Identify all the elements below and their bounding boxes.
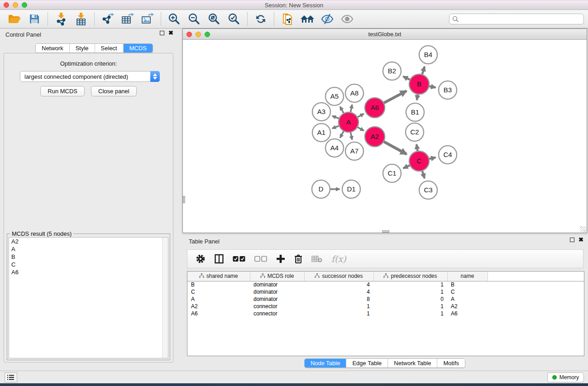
graph-node-A4[interactable]: A4 [325, 139, 344, 157]
graph-node-D[interactable]: D [312, 180, 330, 198]
refresh-layout-button[interactable] [253, 11, 269, 27]
graph-node-A3[interactable]: A3 [312, 103, 330, 121]
table-cell[interactable]: connector [250, 310, 304, 317]
result-item[interactable]: A [9, 245, 168, 253]
export-image-button[interactable] [139, 11, 156, 27]
close-panel-button[interactable]: Close panel [91, 86, 137, 96]
table-cell[interactable]: connector [250, 303, 304, 310]
column-header-MCDS-role[interactable]: MCDS role [250, 272, 304, 281]
close-panel-icon[interactable]: ✖ [168, 31, 173, 35]
select-all-checkboxes-icon[interactable] [233, 256, 245, 262]
graph-node-B[interactable]: B [409, 74, 429, 94]
graph-node-A1[interactable]: A1 [312, 124, 330, 142]
export-table-button[interactable] [120, 11, 136, 27]
table-cell[interactable]: dominator [250, 288, 304, 295]
graph-node-A2[interactable]: A2 [365, 127, 385, 147]
column-header-successor-nodes[interactable]: successor nodes [304, 272, 373, 281]
import-table-button[interactable] [73, 11, 89, 27]
table-cell[interactable]: 1 [304, 303, 373, 310]
graph-node-A6[interactable]: A6 [365, 98, 385, 118]
add-row-plus-icon[interactable] [276, 254, 285, 263]
graph-node-A7[interactable]: A7 [345, 142, 363, 160]
table-tab-motifs[interactable]: Motifs [437, 359, 465, 367]
graph-node-B2[interactable]: B2 [383, 62, 401, 80]
home-browser-button[interactable] [299, 11, 316, 27]
network-canvas[interactable]: B4B2BB3A8A5A6A3B1AC2A1A2A4A7C4CC1C3DD1 [183, 40, 587, 233]
run-mcds-button[interactable]: Run MCDS [40, 86, 85, 96]
float-panel-icon[interactable] [160, 31, 164, 35]
table-cell[interactable]: 4 [304, 288, 373, 295]
search-input[interactable] [449, 14, 584, 24]
vertical-scrollbar-thumb[interactable] [183, 196, 185, 203]
float-table-panel-icon[interactable] [570, 238, 574, 242]
deselect-all-checkboxes-icon[interactable] [254, 256, 267, 262]
node-table[interactable]: shared nameMCDS rolesuccessor nodesprede… [187, 271, 584, 356]
column-toggle-icon[interactable] [215, 254, 224, 264]
table-row[interactable]: A2connector11A2 [187, 303, 584, 310]
mcds-result-list[interactable]: A2ABCA6 [9, 237, 168, 358]
zoom-fit-button[interactable] [206, 11, 222, 27]
graph-node-B3[interactable]: B3 [439, 81, 457, 99]
tab-mcds[interactable]: MCDS [124, 44, 153, 52]
graph-node-A5[interactable]: A5 [325, 87, 344, 105]
zoom-in-button[interactable] [166, 11, 182, 27]
table-tab-network-table[interactable]: Network Table [388, 359, 437, 367]
table-cell[interactable]: A2 [187, 303, 250, 310]
result-item[interactable]: B [9, 253, 168, 261]
vizmapper-toggle-icon[interactable] [319, 11, 335, 27]
result-item[interactable]: A2 [9, 238, 168, 245]
table-cell[interactable]: C [447, 288, 488, 295]
graph-node-C3[interactable]: C3 [419, 181, 437, 199]
export-network-button[interactable] [100, 11, 116, 27]
task-history-button[interactable] [5, 372, 17, 382]
graph-node-A[interactable]: A [339, 112, 359, 132]
graph-node-C1[interactable]: C1 [383, 164, 401, 182]
table-row[interactable]: Bdominator41B [187, 281, 584, 288]
table-cell[interactable]: 4 [304, 281, 373, 288]
table-row[interactable]: A6connector11A6 [187, 310, 584, 317]
graph-node-C[interactable]: C [409, 151, 429, 171]
show-graphics-eye-icon[interactable] [339, 11, 355, 27]
column-header-name[interactable]: name [447, 272, 488, 281]
table-cell[interactable]: 1 [373, 310, 447, 317]
table-tab-edge-table[interactable]: Edge Table [346, 359, 388, 367]
table-cell[interactable]: A6 [447, 310, 488, 317]
network-clipboard-button[interactable] [279, 11, 296, 27]
table-cell[interactable]: dominator [250, 281, 304, 288]
table-cell[interactable]: 1 [373, 288, 447, 295]
function-builder-icon[interactable]: f(x) [331, 254, 346, 264]
table-row[interactable]: Cdominator41C [187, 288, 584, 295]
table-cell[interactable]: 0 [373, 295, 447, 303]
table-settings-gear-icon[interactable] [196, 254, 206, 264]
table-cell[interactable]: 8 [304, 295, 373, 303]
zoom-out-button[interactable] [186, 11, 202, 27]
table-row[interactable]: Adominator80A [187, 295, 584, 303]
network-graph[interactable]: B4B2BB3A8A5A6A3B1AC2A1A2A4A7C4CC1C3DD1 [183, 40, 587, 233]
tab-style[interactable]: Style [70, 44, 95, 52]
table-cell[interactable]: A6 [187, 310, 250, 317]
criterion-select[interactable]: largest connected component (directed) [20, 71, 160, 82]
open-session-button[interactable] [6, 11, 23, 27]
graph-node-B4[interactable]: B4 [419, 46, 437, 64]
result-item[interactable]: C [9, 261, 168, 268]
delete-table-icon[interactable] [311, 255, 322, 262]
table-tab-node-table[interactable]: Node Table [305, 359, 347, 367]
import-network-button[interactable] [53, 11, 69, 27]
column-header-predecessor-nodes[interactable]: predecessor nodes [373, 272, 447, 281]
graph-node-C4[interactable]: C4 [439, 146, 457, 164]
table-cell[interactable]: dominator [250, 295, 304, 303]
table-cell[interactable]: A2 [447, 303, 488, 310]
tab-network[interactable]: Network [36, 44, 70, 52]
table-cell[interactable]: 1 [304, 310, 373, 317]
graph-node-B1[interactable]: B1 [406, 103, 424, 121]
table-cell[interactable]: B [187, 281, 250, 288]
table-cell[interactable]: B [447, 281, 488, 288]
resize-grip[interactable] [580, 226, 586, 232]
table-cell[interactable]: A [447, 295, 488, 303]
table-cell[interactable]: C [187, 288, 250, 295]
delete-rows-trash-icon[interactable] [294, 254, 302, 264]
graph-node-D1[interactable]: D1 [342, 180, 360, 198]
graph-node-A8[interactable]: A8 [345, 84, 363, 102]
zoom-selected-button[interactable] [226, 11, 242, 27]
save-session-button[interactable] [26, 11, 43, 27]
